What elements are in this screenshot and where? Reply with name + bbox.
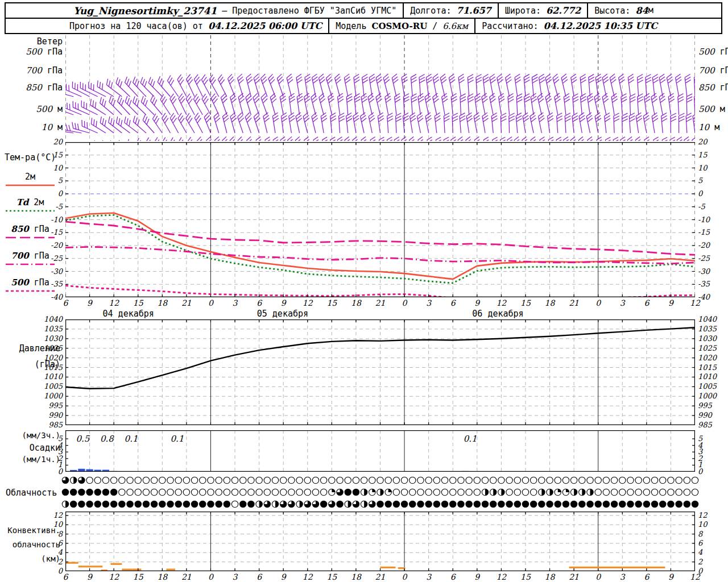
x-tick-label: 12	[109, 298, 119, 307]
wind-level-label-right: 850 гПа	[698, 82, 728, 93]
pressure-y-tick-label-right: 1020	[698, 354, 717, 362]
wind-level-label-right: 500 м	[698, 104, 725, 114]
pressure-y-tick-label-left: 1005	[35, 382, 63, 390]
header-separator	[474, 19, 475, 33]
pressure-y-tick-label-left: 1025	[35, 344, 63, 352]
pressure-y-tick-label-left: 990	[35, 411, 63, 419]
wind-level-label-left: 850 гПа	[16, 82, 63, 93]
temp-y-tick-label-left: -20	[35, 241, 63, 250]
convective-y-tick-label-right: 2	[698, 558, 702, 566]
x-tick-label: 0	[402, 298, 407, 307]
wind-level-label-left: 700 гПа	[16, 65, 63, 76]
bottom-x-tick-label: 18	[351, 572, 361, 581]
x-tick-label: 18	[545, 298, 555, 307]
bottom-x-tick-label: 9	[281, 572, 286, 581]
pressure-y-tick-label-right: 1010	[698, 372, 717, 381]
temp-y-tick-label-right: 0	[698, 189, 702, 198]
wind-level-label-left: 10 м	[16, 122, 63, 132]
header: Yug_Nignesortimky_23741 — Предоставлено …	[5, 2, 722, 34]
x-tick-label: 6	[450, 298, 456, 307]
bottom-x-tick-label: 3	[233, 572, 238, 581]
x-tick-label: 15	[326, 298, 337, 307]
convective-y-tick-label-left: 10	[48, 520, 63, 529]
bottom-x-tick-label: 0	[402, 572, 407, 581]
model-name: COSMO-RU	[371, 21, 427, 31]
latitude-value: 62.772	[546, 5, 581, 16]
bottom-x-tick-label: 12	[303, 572, 313, 581]
bottom-x-tick-label: 9	[668, 572, 673, 581]
cloud-cover-rows	[60, 475, 708, 510]
temp-legend-label: 700 гПа	[5, 251, 56, 261]
x-tick-label: 12	[496, 298, 506, 307]
date-label: 06 декабря	[472, 309, 523, 319]
calc-label: Рассчитано:	[482, 21, 538, 31]
temp-legend-label: 2м	[5, 172, 56, 182]
x-tick-label: 21	[375, 298, 386, 307]
temp-y-tick-label-right: -30	[698, 267, 710, 276]
bottom-x-tick-label: 3	[620, 572, 625, 581]
x-tick-label: 9	[87, 298, 92, 307]
convective-y-tick-label-right: 8	[698, 530, 702, 538]
temp-legend-label: 850 гПа	[5, 224, 56, 234]
pressure-y-tick-label-right: 1015	[698, 363, 717, 372]
date-label: 04 декабря	[103, 309, 154, 319]
latitude-label: Широта:	[505, 6, 541, 16]
header-separator	[587, 3, 588, 18]
bottom-x-tick-label: 6	[63, 572, 68, 581]
bottom-x-tick-label: 6	[257, 572, 262, 581]
bottom-x-tick-label: 9	[474, 572, 479, 581]
pressure-y-tick-label-left: 1040	[35, 315, 63, 323]
temp-y-tick-label-left: 0	[35, 189, 63, 198]
temperature-chart	[65, 142, 695, 297]
x-tick-label: 21	[569, 298, 579, 307]
header-row-2: Прогноз на 120 часа(ов) от 04.12.2025 06…	[6, 19, 721, 33]
bottom-x-tick-label: 9	[87, 572, 92, 581]
convective-y-tick-label-left: 12	[48, 511, 63, 519]
x-tick-label: 15	[520, 298, 531, 307]
convective-y-tick-label-right: 4	[698, 548, 702, 556]
x-tick-label: 18	[351, 298, 361, 307]
wind-section-title: Ветер	[17, 36, 63, 47]
temp-y-tick-label-left: -10	[35, 215, 63, 224]
x-tick-label: 6	[257, 298, 262, 307]
temp-legend-label: Td 2м	[5, 197, 56, 207]
convective-cloud-chart	[65, 512, 695, 571]
x-tick-label: 9	[668, 298, 673, 307]
temp-y-tick-label-right: 5	[698, 176, 702, 185]
bottom-x-tick-label: 6	[644, 572, 649, 581]
header-row-1: Yug_Nignesortimky_23741 — Предоставлено …	[6, 3, 721, 19]
wind-level-label-right: 500 гПа	[698, 47, 728, 57]
pressure-chart	[65, 319, 695, 425]
x-tick-label: 3	[426, 298, 431, 307]
provider-text: Предоставлено ФГБУ "ЗапСиб УГМС"	[232, 6, 396, 16]
longitude-value: 71.657	[457, 5, 491, 16]
wind-level-label-right: 700 гПа	[698, 65, 728, 76]
bottom-x-tick-label: 12	[496, 572, 506, 581]
x-tick-label: 0	[595, 298, 601, 307]
pressure-y-tick-label-right: 1000	[698, 392, 717, 400]
convective-y-tick-label-right: 0	[698, 567, 702, 575]
pressure-y-tick-label-right: 1030	[698, 334, 717, 343]
temp-y-tick-label-left: -40	[35, 293, 63, 301]
bottom-x-tick-label: 3	[426, 572, 431, 581]
x-tick-label: 6	[63, 298, 68, 307]
convective-y-tick-label-right: 10	[698, 520, 708, 529]
pressure-y-tick-label-right: 1040	[698, 315, 717, 323]
pressure-y-tick-label-right: 985	[698, 421, 712, 429]
header-dash: —	[222, 6, 227, 16]
bottom-x-tick-label: 15	[520, 572, 531, 581]
calc-time: 04.12.2025 10:35 UTC	[544, 20, 657, 31]
header-separator	[498, 3, 499, 18]
x-tick-label: 6	[644, 298, 649, 307]
temp-legend-line-sample	[5, 209, 56, 213]
convective-y-tick-label-left: 2	[48, 558, 63, 566]
bottom-x-tick-label: 15	[133, 572, 143, 581]
bottom-x-tick-label: 21	[375, 572, 386, 581]
run-time: 04.12.2025 06:00 UTC	[208, 20, 322, 31]
precip-y-tick-label-right: 0	[698, 467, 702, 476]
pressure-y-tick-label-left: 985	[35, 421, 63, 429]
x-tick-label: 3	[233, 298, 238, 307]
pressure-y-tick-label-left: 1015	[35, 363, 63, 372]
temp-y-tick-label-right: -15	[698, 228, 710, 236]
station-name: Yug_Nignesortimky_23741	[73, 5, 217, 16]
